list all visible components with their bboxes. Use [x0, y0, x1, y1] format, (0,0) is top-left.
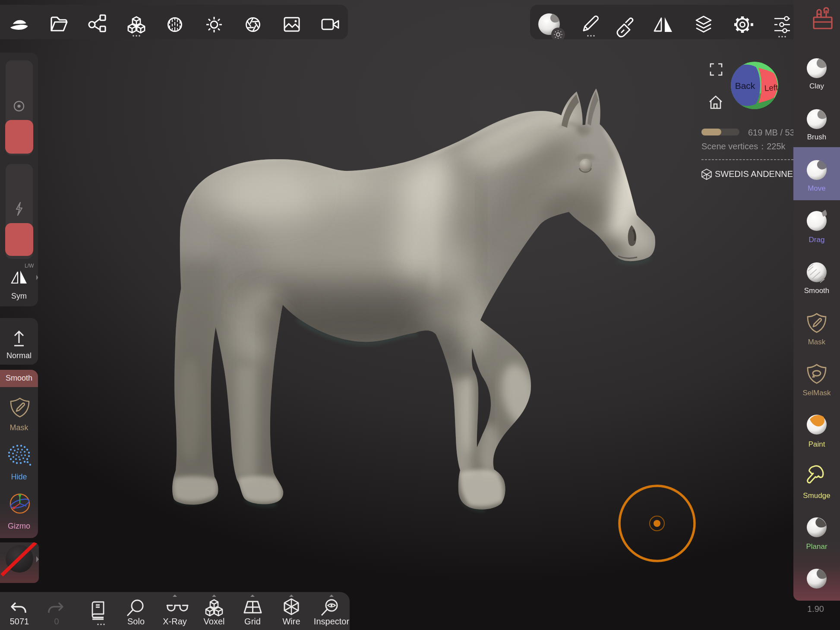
- svg-text:Mask: Mask: [9, 423, 28, 432]
- svg-text:0: 0: [54, 617, 59, 626]
- svg-text:SelMask: SelMask: [802, 389, 831, 397]
- svg-text:Grid: Grid: [244, 617, 261, 626]
- svg-text:Gizmo: Gizmo: [8, 522, 30, 530]
- svg-text:Brush: Brush: [807, 133, 826, 141]
- svg-text:Smooth: Smooth: [804, 287, 830, 295]
- svg-text:Sym: Sym: [11, 292, 27, 300]
- svg-text:Drag: Drag: [809, 236, 825, 244]
- svg-text:L/W: L/W: [25, 263, 34, 269]
- svg-text:Wire: Wire: [282, 617, 300, 626]
- svg-text:X-Ray: X-Ray: [163, 617, 187, 626]
- svg-text:Paint: Paint: [808, 440, 825, 448]
- svg-text:Move: Move: [808, 184, 826, 192]
- svg-text:Inspector: Inspector: [314, 617, 350, 626]
- svg-text:Hide: Hide: [11, 472, 27, 481]
- svg-text:Planar: Planar: [806, 542, 827, 551]
- svg-text:Solo: Solo: [127, 617, 145, 626]
- svg-text:Voxel: Voxel: [204, 617, 225, 626]
- svg-text:5071: 5071: [10, 617, 29, 626]
- svg-text:Smudge: Smudge: [803, 491, 830, 500]
- svg-text:Normal: Normal: [6, 351, 32, 360]
- svg-text:Mask: Mask: [808, 338, 826, 346]
- svg-text:Clay: Clay: [809, 82, 824, 90]
